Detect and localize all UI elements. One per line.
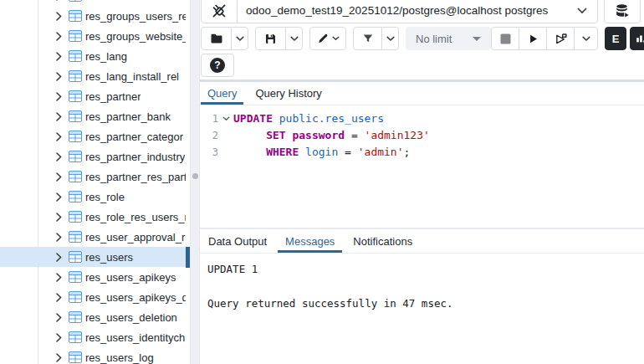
tab-messages[interactable]: Messages bbox=[278, 230, 342, 253]
query-toolbar: No limit bbox=[201, 27, 644, 50]
chevron-right-icon[interactable] bbox=[53, 192, 64, 202]
chevron-right-icon[interactable] bbox=[53, 313, 64, 322]
tree-item-res_role_res_users_r[interactable]: res_role_res_users_r bbox=[0, 207, 190, 227]
save-button[interactable] bbox=[256, 28, 286, 49]
chevron-right-icon[interactable] bbox=[53, 72, 64, 81]
chevron-right-icon[interactable] bbox=[53, 273, 64, 282]
tree-item-label: res_users bbox=[85, 251, 133, 264]
tree-item-res_users_apikeys[interactable]: res_users_apikeys bbox=[0, 267, 190, 287]
connection-label: odoo_demo_test19_20251012/postgres@local… bbox=[238, 4, 577, 17]
chevron-right-icon[interactable] bbox=[53, 213, 64, 222]
chevron-right-icon[interactable] bbox=[53, 132, 64, 141]
tree-item-res_users_apikeys_d[interactable]: res_users_apikeys_d bbox=[0, 287, 190, 307]
editor-line[interactable]: 2 SET password = 'admin123' bbox=[200, 127, 644, 144]
table-icon bbox=[69, 231, 82, 243]
tree-item-res_lang[interactable]: res_lang bbox=[0, 46, 190, 66]
execute-options-button[interactable] bbox=[575, 28, 597, 49]
tab-data-output[interactable]: Data Output bbox=[201, 230, 274, 253]
line-number: 1 bbox=[200, 110, 218, 127]
new-query-tool-connection-button[interactable] bbox=[604, 0, 641, 23]
tree-item-res_users_log[interactable]: res_users_log bbox=[0, 347, 190, 364]
output-tab-bar: Data Output Messages Notifications bbox=[200, 230, 644, 254]
tree-item-res_partner[interactable]: res_partner bbox=[0, 86, 190, 106]
tree-item-label: res_users_apikeys_d bbox=[85, 291, 186, 304]
tree-item-label: res_lang bbox=[85, 50, 127, 63]
rows-limit-select[interactable]: No limit bbox=[406, 27, 491, 50]
edit-menu-group bbox=[309, 27, 346, 50]
tree-item-res_groups_users_re[interactable]: res_groups_users_re bbox=[0, 6, 190, 26]
chevron-right-icon[interactable] bbox=[53, 0, 64, 1]
save-file-group bbox=[255, 27, 303, 50]
tree-item-res_lang_install_rel[interactable]: res_lang_install_rel bbox=[0, 66, 190, 86]
chevron-right-icon[interactable] bbox=[53, 152, 64, 161]
tree-item-partial[interactable] bbox=[0, 0, 190, 6]
edit-button[interactable] bbox=[310, 28, 345, 49]
filter-group bbox=[353, 27, 399, 50]
query-tab-bar: Query Query History bbox=[200, 82, 644, 105]
filter-button[interactable] bbox=[354, 28, 382, 49]
tree-item-res_user_approval_ru[interactable]: res_user_approval_ru bbox=[0, 227, 190, 247]
table-icon bbox=[69, 271, 82, 283]
editor-output-divider[interactable] bbox=[200, 228, 644, 229]
chevron-right-icon[interactable] bbox=[53, 32, 64, 41]
chevron-right-icon[interactable] bbox=[53, 52, 64, 61]
tab-query-history[interactable]: Query History bbox=[248, 82, 328, 105]
explain-button[interactable]: E bbox=[605, 27, 626, 50]
chevron-right-icon[interactable] bbox=[53, 233, 64, 242]
chevron-right-icon[interactable] bbox=[53, 12, 64, 21]
tree-item-res_users[interactable]: res_users bbox=[0, 247, 190, 267]
chevron-right-icon[interactable] bbox=[53, 172, 64, 182]
execute-button[interactable] bbox=[519, 28, 547, 49]
fold-chevron-icon[interactable] bbox=[218, 110, 233, 127]
open-file-menu-button[interactable] bbox=[232, 28, 248, 49]
execute-script-button[interactable] bbox=[547, 28, 575, 49]
message-line: UPDATE 1 bbox=[207, 263, 644, 275]
splitter-handle-dot bbox=[192, 173, 198, 179]
execute-group bbox=[491, 27, 598, 50]
tree-item-res_users_identitych[interactable]: res_users_identitych bbox=[0, 327, 190, 347]
code-text: WHERE login = 'admin'; bbox=[233, 144, 410, 161]
chevron-right-icon[interactable] bbox=[53, 293, 64, 302]
tree-item-res_partner_categor[interactable]: res_partner_categor bbox=[0, 126, 190, 146]
tree-item-res_partner_bank[interactable]: res_partner_bank bbox=[0, 106, 190, 126]
tree-item-res_users_deletion[interactable]: res_users_deletion bbox=[0, 307, 190, 327]
editor-line[interactable]: 1UPDATE public.res_users bbox=[200, 110, 644, 127]
question-mark-icon: ? bbox=[210, 58, 225, 73]
chevron-right-icon[interactable] bbox=[53, 92, 64, 101]
tree-item-label: res_role_res_users_r bbox=[85, 211, 186, 223]
editor-line[interactable]: 3 WHERE login = 'admin'; bbox=[200, 144, 644, 161]
tree-item-res_groups_website_[interactable]: res_groups_website_ bbox=[0, 26, 190, 46]
table-icon bbox=[69, 0, 82, 2]
tree-item-res_role[interactable]: res_role bbox=[0, 187, 190, 207]
chevron-right-icon[interactable] bbox=[53, 253, 64, 262]
help-button[interactable]: ? bbox=[201, 54, 234, 77]
message-line: Query returned successfully in 47 msec. bbox=[207, 297, 644, 310]
open-file-button[interactable] bbox=[202, 28, 232, 49]
tab-query[interactable]: Query bbox=[201, 82, 243, 105]
table-icon bbox=[69, 151, 82, 162]
tree-item-label: res_users_log bbox=[85, 351, 154, 364]
chevron-right-icon[interactable] bbox=[53, 353, 64, 362]
line-number: 3 bbox=[200, 144, 218, 161]
chevron-right-icon[interactable] bbox=[53, 333, 64, 342]
tree-item-label: res_partner_bank bbox=[85, 110, 171, 123]
explain-analyze-button[interactable] bbox=[630, 27, 644, 50]
sql-editor[interactable]: 1UPDATE public.res_users2 SET password =… bbox=[200, 106, 644, 228]
tree-item-label: res_role bbox=[85, 191, 125, 203]
stop-button[interactable] bbox=[492, 28, 519, 49]
chevron-down-icon bbox=[577, 8, 597, 14]
tree-item-res_partner_industry[interactable]: res_partner_industry bbox=[0, 146, 190, 167]
tree-item-res_partner_res_part[interactable]: res_partner_res_part bbox=[0, 167, 190, 187]
filter-menu-button[interactable] bbox=[382, 28, 398, 49]
panel-splitter[interactable] bbox=[190, 0, 200, 364]
connection-dropdown[interactable]: odoo_demo_test19_20251012/postgres@local… bbox=[201, 0, 598, 23]
open-file-group bbox=[201, 27, 248, 50]
table-icon bbox=[69, 291, 82, 303]
tree-item-label: res_partner bbox=[85, 90, 141, 103]
chevron-right-icon[interactable] bbox=[53, 112, 64, 121]
tree-item-label: res_users_identitych bbox=[85, 331, 185, 344]
tab-notifications[interactable]: Notifications bbox=[345, 230, 420, 253]
save-menu-button[interactable] bbox=[286, 28, 302, 49]
table-icon bbox=[69, 251, 82, 263]
table-icon bbox=[69, 30, 82, 42]
